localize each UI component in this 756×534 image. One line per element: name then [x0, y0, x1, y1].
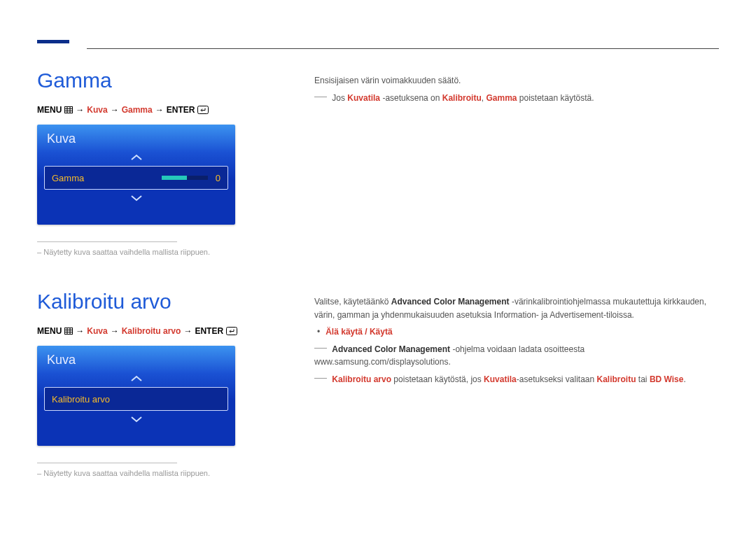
menu-word: MENU [37, 105, 62, 115]
left-column: Kalibroitu arvo MENU → Kuva → Kalibroitu… [37, 290, 314, 477]
footnote-content: Näytetty kuva saattaa vaihdella mallista… [43, 469, 210, 477]
menu-grid-icon [64, 328, 73, 335]
footnote-rule [37, 463, 177, 463]
note-dash-icon [314, 97, 327, 97]
footnote-text: – Näytetty kuva saattaa vaihdella mallis… [37, 248, 314, 256]
txt-bold: Kuvatila [484, 374, 517, 384]
osd-slider-value: 0 [214, 173, 220, 183]
osd-slider-fill [162, 176, 187, 180]
right-column: Valitse, käytetäänkö Advanced Color Mana… [314, 290, 719, 391]
osd-bottom-pad [37, 426, 235, 446]
path-kuva: Kuva [87, 105, 107, 115]
footnote-content: Näytetty kuva saattaa vaihdella mallista… [43, 248, 210, 256]
txt: . [683, 374, 685, 384]
section-kalibroitu: Kalibroitu arvo MENU → Kuva → Kalibroitu… [37, 290, 719, 477]
heading-kalibroitu: Kalibroitu arvo [37, 290, 314, 314]
body-note: Jos Kuvatila -asetuksena on Kalibroitu, … [314, 92, 719, 105]
txt: poistetaan käytöstä. [517, 93, 594, 103]
txt: -asetukseksi valitaan [517, 374, 597, 384]
note-dash-icon [314, 348, 327, 349]
option-bullet: Älä käytä / Käytä [314, 325, 719, 339]
arrow: → [76, 326, 84, 336]
right-column: Ensisijaisen värin voimakkuuden säätö. J… [314, 69, 719, 108]
osd-down-caret[interactable] [37, 412, 235, 426]
txt: poistetaan käytöstä, jos [391, 374, 484, 384]
menu-breadcrumb: MENU → Kuva → Gamma → ENTER [37, 105, 314, 115]
enter-word: ENTER [195, 326, 223, 336]
heading-gamma: Gamma [37, 69, 314, 92]
footnote-text: – Näytetty kuva saattaa vaihdella mallis… [37, 469, 314, 477]
enter-icon [197, 106, 209, 114]
osd-row-label: Kalibroitu arvo [52, 394, 110, 405]
menu-grid-icon [64, 106, 73, 113]
osd-slider[interactable] [162, 176, 208, 180]
txt: Valitse, käytetäänkö [314, 297, 391, 307]
txt: tai [636, 374, 650, 384]
option-toggle: Älä käytä / Käytä [326, 327, 392, 337]
osd-title: Kuva [37, 125, 235, 150]
menu-word: MENU [37, 326, 62, 336]
osd-panel-gamma: Kuva Gamma 0 [37, 125, 235, 225]
enter-icon [226, 327, 237, 335]
osd-title: Kuva [37, 346, 235, 372]
txt: Jos [332, 93, 347, 103]
svg-rect-0 [65, 107, 73, 113]
osd-down-caret[interactable] [37, 191, 235, 205]
arrow: → [155, 105, 164, 115]
body-note: Kalibroitu arvo poistetaan käytöstä, jos… [314, 373, 719, 386]
body-line: Ensisijaisen värin voimakkuuden säätö. [314, 74, 719, 87]
txt-bold: Kalibroitu [597, 374, 636, 384]
top-accent-bar [37, 40, 69, 43]
osd-up-caret[interactable] [37, 150, 235, 164]
path-kalibroitu: Kalibroitu arvo [122, 326, 181, 336]
enter-word: ENTER [167, 105, 195, 115]
section-gamma: Gamma MENU → Kuva → Gamma → ENTER Kuva [37, 69, 719, 256]
section-gap [37, 256, 719, 290]
txt-bold: Kuvatila [347, 93, 380, 103]
arrow: → [111, 105, 119, 115]
path-kuva: Kuva [87, 326, 107, 336]
osd-row-label: Gamma [52, 173, 84, 183]
txt-bold: Kalibroitu arvo [332, 374, 391, 384]
osd-slider-wrap: 0 [162, 173, 220, 183]
txt-bold: Advanced Color Management [391, 297, 510, 307]
osd-row-kalibroitu[interactable]: Kalibroitu arvo [44, 387, 228, 411]
arrow: → [111, 326, 119, 336]
footnote-rule [37, 241, 177, 242]
osd-row-gamma[interactable]: Gamma 0 [44, 166, 228, 190]
txt-bold: BD Wise [650, 374, 684, 384]
body-line: Valitse, käytetäänkö Advanced Color Mana… [314, 295, 719, 321]
body-note: Advanced Color Management -ohjelma voida… [314, 343, 719, 369]
txt: -asetuksena on [380, 93, 442, 103]
osd-up-caret[interactable] [37, 372, 235, 386]
path-gamma: Gamma [122, 105, 153, 115]
osd-panel-kalibroitu: Kuva Kalibroitu arvo [37, 346, 235, 446]
top-horizontal-rule [87, 48, 719, 49]
left-column: Gamma MENU → Kuva → Gamma → ENTER Kuva [37, 69, 314, 256]
arrow: → [76, 105, 84, 115]
txt-bold: Kalibroitu [442, 93, 482, 103]
note-dash-icon [314, 378, 327, 379]
svg-rect-6 [65, 328, 73, 335]
menu-breadcrumb: MENU → Kuva → Kalibroitu arvo → ENTER [37, 326, 314, 336]
manual-page: Gamma MENU → Kuva → Gamma → ENTER Kuva [0, 0, 756, 534]
osd-bottom-pad [37, 205, 235, 225]
txt-bold: Gamma [486, 93, 517, 103]
arrow: → [183, 326, 192, 336]
txt-bold: Advanced Color Management [332, 344, 450, 354]
